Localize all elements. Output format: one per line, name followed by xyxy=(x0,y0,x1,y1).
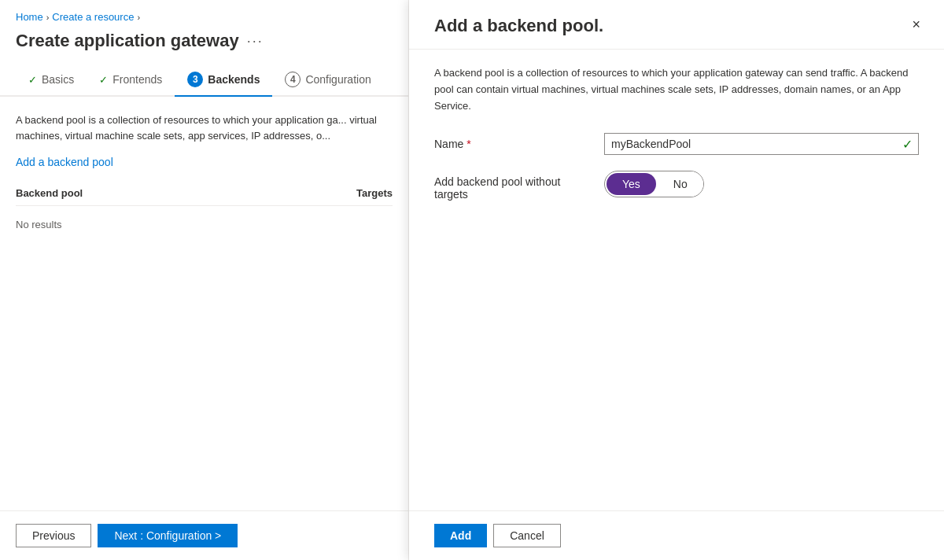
tab-basics-label: Basics xyxy=(42,73,74,86)
page-title: Create application gateway xyxy=(16,31,239,51)
col-backend-pool: Backend pool xyxy=(16,187,314,199)
left-footer: Previous Next : Configuration > xyxy=(0,510,408,560)
add-button[interactable]: Add xyxy=(434,524,487,547)
panel-header: Add a backend pool. × xyxy=(409,0,944,50)
left-panel: Home › Create a resource › Create applic… xyxy=(0,0,409,560)
previous-button[interactable]: Previous xyxy=(16,524,91,547)
input-valid-icon: ✓ xyxy=(902,137,913,152)
tab-backends-label: Backends xyxy=(208,73,260,86)
tab-num-configuration: 4 xyxy=(285,72,301,87)
page-title-row: Create application gateway ··· xyxy=(0,28,408,64)
breadcrumb-home[interactable]: Home xyxy=(16,11,43,23)
panel-description: A backend pool is a collection of resour… xyxy=(434,65,919,114)
targets-toggle-row: Add backend pool without targets Yes No xyxy=(434,171,919,201)
table-empty-state: No results xyxy=(16,212,393,237)
name-label: Name * xyxy=(434,133,592,150)
tab-num-backends: 3 xyxy=(187,72,203,87)
toggle-wrap: Yes No xyxy=(604,171,919,197)
breadcrumb: Home › Create a resource › xyxy=(0,0,408,28)
left-content: A backend pool is a collection of resour… xyxy=(0,97,408,510)
left-description: A backend pool is a collection of resour… xyxy=(16,112,393,143)
check-icon-basics: ✓ xyxy=(28,74,37,86)
panel-footer: Add Cancel xyxy=(409,510,944,560)
check-icon-frontends: ✓ xyxy=(99,74,108,86)
close-panel-button[interactable]: × xyxy=(907,16,925,33)
breadcrumb-create-resource[interactable]: Create a resource xyxy=(52,11,134,23)
right-panel: Add a backend pool. × A backend pool is … xyxy=(409,0,944,560)
cancel-button[interactable]: Cancel xyxy=(493,524,561,547)
tab-backends[interactable]: 3 Backends xyxy=(175,64,272,97)
col-targets: Targets xyxy=(314,187,393,199)
tab-basics[interactable]: ✓ Basics xyxy=(16,65,87,95)
next-button[interactable]: Next : Configuration > xyxy=(98,524,238,547)
tab-configuration[interactable]: 4 Configuration xyxy=(272,64,383,97)
table-header: Backend pool Targets xyxy=(16,181,393,206)
name-input[interactable] xyxy=(604,133,919,155)
panel-content: A backend pool is a collection of resour… xyxy=(409,50,944,510)
name-input-wrap: ✓ xyxy=(604,133,919,155)
tab-bar: ✓ Basics ✓ Frontends 3 Backends 4 Config… xyxy=(0,64,408,97)
panel-title: Add a backend pool. xyxy=(434,16,603,36)
tab-frontends-label: Frontends xyxy=(112,73,162,86)
more-options-button[interactable]: ··· xyxy=(247,34,264,48)
add-backend-pool-link[interactable]: Add a backend pool xyxy=(16,156,113,168)
name-field-row: Name * ✓ xyxy=(434,133,919,155)
chevron-icon-2: › xyxy=(137,13,140,22)
yes-no-toggle: Yes No xyxy=(604,171,704,197)
required-indicator: * xyxy=(466,138,470,150)
tab-configuration-label: Configuration xyxy=(305,73,371,86)
targets-label: Add backend pool without targets xyxy=(434,171,592,201)
chevron-icon-1: › xyxy=(46,13,50,22)
tab-frontends[interactable]: ✓ Frontends xyxy=(87,65,175,95)
name-input-container: ✓ xyxy=(604,133,919,155)
toggle-yes-button[interactable]: Yes xyxy=(607,173,656,195)
toggle-no-button[interactable]: No xyxy=(658,171,703,197)
